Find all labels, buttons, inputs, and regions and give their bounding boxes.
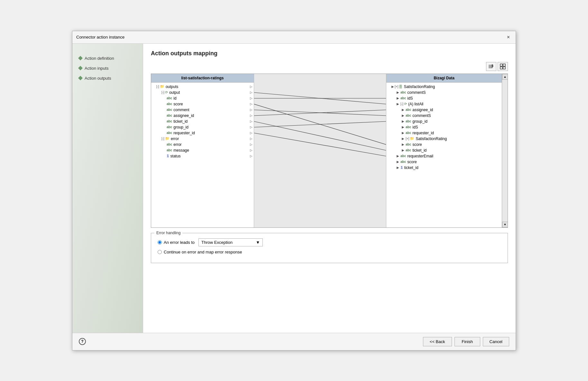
tree-item[interactable]: ▶ abc requesterEmail <box>386 153 502 159</box>
right-panel: Bizagi Data ▶ [+] 🗄 SatisfactionRating <box>386 74 502 227</box>
tree-item[interactable]: abc assignee_id ▷ <box>151 113 254 119</box>
arrow-icon: ▷ <box>250 114 253 117</box>
mapping-scrollbar[interactable]: ▲ ▼ <box>502 74 508 227</box>
footer-buttons: << Back Finish Cancel <box>423 337 509 346</box>
arrow-icon: ▷ <box>250 125 253 129</box>
tree-item[interactable]: abc group_id ▷ <box>151 124 254 130</box>
left-tree: [-] 📁 outputs ▷ [-] ⟳ output ▷ <box>151 83 254 226</box>
tree-item[interactable]: [-] 📁 outputs ▷ <box>151 84 254 90</box>
tree-item[interactable]: ▶ abc ticket_id <box>386 147 502 153</box>
abc-icon: abc <box>406 143 411 146</box>
tree-label: error <box>173 142 181 147</box>
svg-rect-5 <box>500 67 502 69</box>
auto-map-button[interactable] <box>486 62 496 71</box>
tree-label: group_id <box>412 119 427 124</box>
loop-icon: ⟳ <box>404 102 407 106</box>
svg-line-9 <box>254 104 386 145</box>
scroll-up-btn[interactable]: ▲ <box>502 74 508 80</box>
tree-item[interactable]: ▶ [-] ⟳ (A) listAll <box>386 101 502 107</box>
error-option-1-label[interactable]: An error leads to <box>158 240 195 245</box>
abc-icon: abc <box>167 120 172 123</box>
tree-item[interactable]: ▶ abc commentS <box>386 90 502 95</box>
throw-exception-dropdown[interactable]: Throw Exception ▼ <box>198 238 263 246</box>
help-button[interactable]: ? <box>79 338 86 345</box>
tree-label: error <box>171 137 179 141</box>
cancel-button[interactable]: Cancel <box>483 337 509 346</box>
sidebar-item-label: Action inputs <box>85 66 108 71</box>
tree-item[interactable]: ▶ abc assignee_id <box>386 107 502 113</box>
expand-icon: [-] <box>161 91 164 94</box>
tree-item[interactable]: ▶ abc requester_id <box>386 130 502 136</box>
tree-item[interactable]: ▶ abc idS <box>386 95 502 101</box>
sidebar: Action definition Action inputs Action o… <box>72 44 143 333</box>
sidebar-item-action-inputs[interactable]: Action inputs <box>79 63 136 73</box>
tree-item[interactable]: abc message ▷ <box>151 147 254 153</box>
arrow-icon: ▷ <box>250 137 253 140</box>
tree-item[interactable]: abc requester_id ▷ <box>151 130 254 136</box>
close-button[interactable]: × <box>505 34 512 41</box>
sidebar-item-action-definition[interactable]: Action definition <box>79 53 136 63</box>
back-button[interactable]: << Back <box>423 337 452 346</box>
sidebar-item-label: Action outputs <box>85 76 111 81</box>
sidebar-item-action-outputs[interactable]: Action outputs <box>79 73 136 83</box>
abc-icon: abc <box>167 125 172 129</box>
arrow-icon: ▷ <box>250 148 253 152</box>
tree-item[interactable]: [-] ⟳ output ▷ <box>151 90 254 95</box>
svg-line-13 <box>254 121 386 127</box>
error-row-2: Continue on error and map error response <box>158 250 501 254</box>
expand-icon: [-] <box>400 102 403 106</box>
error-radio-1[interactable] <box>158 240 162 244</box>
tree-label: score <box>173 102 183 106</box>
tree-item[interactable]: ▶ [+] 📁 SatisfactionRating <box>386 136 502 142</box>
tree-item[interactable]: abc error ▷ <box>151 142 254 147</box>
arrow-left-icon: ▶ <box>402 148 404 152</box>
arrow-left-icon: ▶ <box>402 108 404 111</box>
automap-icon <box>488 64 494 69</box>
arrow-icon: ▷ <box>250 131 253 135</box>
arrow-left-icon: ▶ <box>402 131 404 135</box>
num-icon: 1 <box>400 166 403 169</box>
bullet-icon <box>78 66 83 70</box>
error-radio-2[interactable] <box>158 250 162 254</box>
tree-item[interactable]: ▶ abc idS <box>386 124 502 130</box>
tree-label: ticket_id <box>404 165 418 170</box>
tree-item[interactable]: ▶ abc score <box>386 142 502 147</box>
abc-icon: abc <box>406 148 411 152</box>
abc-icon: abc <box>167 131 172 135</box>
arrow-left-icon: ▶ <box>402 143 404 146</box>
finish-button[interactable]: Finish <box>455 337 480 346</box>
tree-item[interactable]: 1 status ▷ <box>151 153 254 159</box>
tree-label: idS <box>407 96 413 101</box>
scroll-down-btn[interactable]: ▼ <box>502 222 508 227</box>
tree-item[interactable]: ▶ abc commentS <box>386 113 502 119</box>
grid-view-button[interactable] <box>498 62 508 71</box>
canvas-area <box>254 74 386 227</box>
tree-label: output <box>169 90 180 95</box>
tree-item[interactable]: ▶ 1 ticket_id <box>386 165 502 171</box>
page-title: Action outputs mapping <box>151 50 508 57</box>
error-option-2-label[interactable]: Continue on error and map error response <box>158 250 242 254</box>
tree-item[interactable]: ▶ abc group_id <box>386 119 502 124</box>
abc-icon: abc <box>167 108 172 111</box>
tree-item[interactable]: abc id ▷ <box>151 95 254 101</box>
tree-item[interactable]: abc score ▷ <box>151 101 254 107</box>
tree-item[interactable]: abc comment ▷ <box>151 107 254 113</box>
abc-icon: abc <box>406 125 411 129</box>
tree-item[interactable]: ▶ [+] 🗄 SatisfactionRating <box>386 84 502 90</box>
dialog-footer: ? << Back Finish Cancel <box>72 333 516 350</box>
arrow-left-icon: ▶ <box>402 114 404 117</box>
tree-item[interactable]: [-] 📁 error ▷ <box>151 136 254 142</box>
tree-label: assignee_id <box>173 113 194 118</box>
tree-label: group_id <box>173 125 188 129</box>
tree-label: SatisfactionRating <box>416 137 447 141</box>
content-area: Action outputs mapping <box>143 44 516 333</box>
arrow-left-icon: ▶ <box>397 154 399 158</box>
tree-item[interactable]: ▶ abc score <box>386 159 502 165</box>
abc-icon: abc <box>406 114 411 117</box>
left-panel: list-satisfaction-ratings [-] 📁 outputs … <box>151 74 254 227</box>
expand-icon: [-] <box>161 137 164 140</box>
tree-label: score <box>407 160 417 164</box>
tree-item[interactable]: abc ticket_id ▷ <box>151 119 254 124</box>
error-row-1: An error leads to Throw Exception ▼ <box>158 238 501 246</box>
tree-label: ticket_id <box>173 119 188 124</box>
